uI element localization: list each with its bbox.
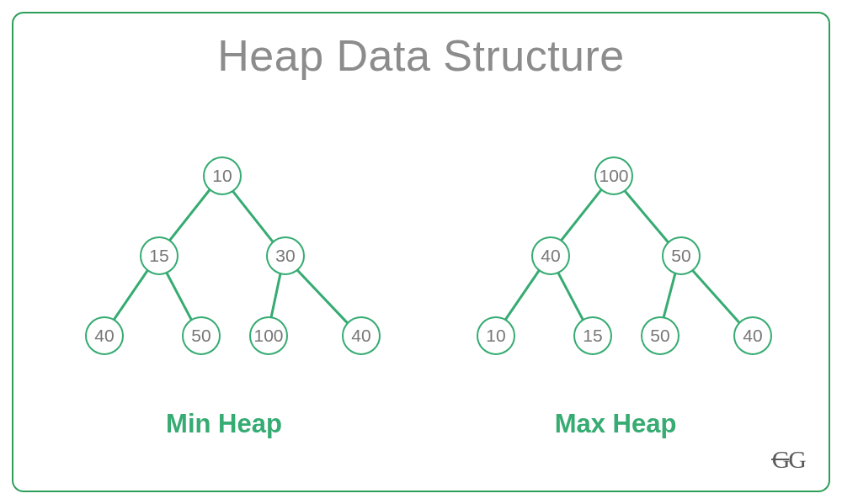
max-heap-node: 10 <box>477 316 515 355</box>
logo-icon: GG <box>772 445 805 474</box>
max-heap-node: 100 <box>594 157 633 195</box>
max-heap-node: 40 <box>531 236 570 275</box>
max-heap-node: 15 <box>573 316 612 355</box>
min-heap-node: 15 <box>140 236 179 275</box>
min-heap-node: 30 <box>266 236 305 275</box>
min-heap-node: 40 <box>342 316 381 355</box>
max-heap-node: 50 <box>662 236 701 275</box>
max-heap-label: Max Heap <box>506 409 725 439</box>
max-heap-node: 40 <box>733 316 772 355</box>
diagram-title: Heap Data Structure <box>13 30 829 81</box>
min-heap-node: 50 <box>182 316 221 355</box>
max-heap-node: 50 <box>641 316 679 355</box>
min-heap-node: 100 <box>249 316 288 355</box>
min-heap-node: 40 <box>85 316 124 355</box>
min-heap-node: 10 <box>203 157 242 195</box>
min-heap-label: Min Heap <box>123 409 325 439</box>
diagram-frame: Heap Data Structure 10153040501004010040… <box>12 12 830 492</box>
